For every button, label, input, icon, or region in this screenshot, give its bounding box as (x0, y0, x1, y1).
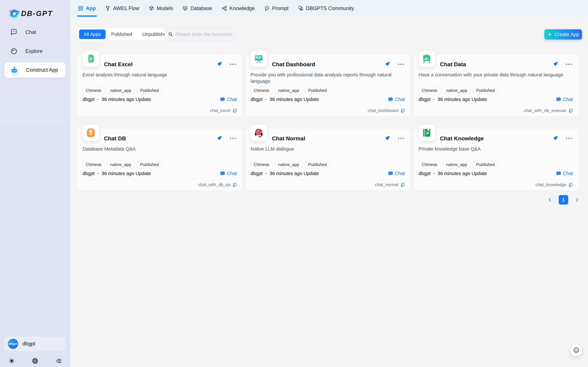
more-menu-button[interactable] (230, 138, 236, 139)
tab-app[interactable]: App (78, 0, 96, 17)
search-input[interactable] (176, 32, 238, 37)
tab-models[interactable]: Models (149, 0, 173, 17)
card-updated: 36 minutes ago Update (270, 97, 319, 102)
dingtalk-share-icon[interactable] (217, 136, 223, 141)
more-menu-button[interactable] (398, 138, 404, 139)
collapse-sidebar-icon[interactable] (55, 358, 62, 364)
filter-published[interactable]: Published (107, 29, 137, 39)
user-name: dbgpt (22, 341, 35, 347)
dingtalk-share-icon[interactable] (217, 61, 223, 67)
more-menu-button[interactable] (230, 64, 236, 65)
page-number-1[interactable]: 1 (559, 195, 568, 205)
chat-link[interactable]: Chat (220, 171, 237, 176)
sidebar-item-chat[interactable]: Chat (4, 25, 66, 40)
sidebar-item-explore[interactable]: Explore (4, 44, 66, 59)
app-card-chat-data[interactable]: Chat Data Have a conversation with your … (414, 54, 578, 116)
card-meta: dbgpt 36 minutes ago Update Chat (250, 96, 405, 103)
card-title: Chat Normal (272, 135, 305, 142)
scene-code: chat_normal (375, 182, 398, 187)
card-tags: Chinese native_app Published (419, 87, 498, 94)
tab-label: DBGPTS Community (306, 5, 354, 11)
tag-chip: native_app (443, 87, 470, 94)
dbgpt-window: DB-GPT Chat Ex (0, 0, 588, 367)
chat-bubble-blue-icon (388, 97, 393, 102)
tag-chip: Published (137, 87, 162, 94)
divider (419, 179, 573, 180)
divider (250, 179, 405, 180)
scene-code: chat_with_db_execute (524, 108, 566, 113)
copy-icon[interactable] (568, 108, 573, 113)
dingtalk-share-icon[interactable] (385, 136, 390, 141)
tag-chip: Chinese (250, 161, 273, 168)
scene-code: chat_with_db_qa (198, 182, 231, 187)
chat-link[interactable]: Chat (556, 97, 573, 102)
copy-icon[interactable] (400, 108, 405, 113)
chat-link[interactable]: Chat (388, 171, 405, 176)
card-footer: chat_excel (210, 108, 237, 113)
avatar: dbgpt (8, 339, 18, 349)
tab-label: Database (190, 5, 212, 11)
tab-dbgpts-community[interactable]: DBGPTS Community (298, 0, 354, 17)
chat-link[interactable]: Chat (556, 171, 573, 176)
copy-icon[interactable] (232, 183, 237, 187)
dashboard-board-icon (250, 50, 267, 67)
card-title: Chat Dashboard (272, 61, 315, 67)
chat-bubble-icon (10, 29, 17, 36)
tag-chip: Chinese (83, 87, 104, 94)
dingtalk-share-icon[interactable] (385, 61, 390, 67)
tab-prompt[interactable]: Prompt (264, 0, 289, 17)
language-globe-icon[interactable] (32, 358, 39, 364)
tab-label: App (86, 5, 96, 11)
card-footer: chat_dashboard (368, 108, 405, 113)
copy-icon[interactable] (400, 183, 405, 187)
copy-icon[interactable] (232, 108, 237, 113)
next-page-icon[interactable] (574, 197, 580, 202)
dot-separator (265, 99, 267, 100)
card-description: Have a conversation with your private da… (419, 72, 573, 78)
flow-branch-icon (105, 6, 110, 11)
app-card-chat-excel[interactable]: X Chat Excel Excel analysis through natu… (77, 54, 242, 116)
tab-awel-flow[interactable]: AWEL Flow (105, 0, 139, 17)
tag-chip: Published (137, 161, 162, 168)
user-menu[interactable]: dbgpt dbgpt (4, 337, 66, 351)
tag-chip: native_app (275, 87, 302, 94)
chat-link[interactable]: Chat (220, 97, 237, 102)
card-description: Excel analysis through natural language (83, 72, 237, 78)
tag-chip: native_app (107, 161, 134, 168)
more-menu-button[interactable] (566, 64, 572, 65)
app-card-chat-normal[interactable]: Chat Normal Native LLM dialogue Chinese … (245, 128, 410, 191)
community-grid-icon (298, 6, 303, 11)
create-app-button[interactable]: Create App (544, 29, 582, 40)
copy-icon[interactable] (568, 183, 573, 187)
pagination: 1 (547, 195, 580, 205)
tag-chip: Published (305, 87, 330, 94)
chat-link[interactable]: Chat (388, 97, 405, 102)
card-owner: dbgpt (419, 171, 431, 176)
app-card-chat-knowledge[interactable]: Chat Knowledge Private knowledge base Q&… (414, 128, 578, 191)
more-menu-button[interactable] (398, 64, 404, 65)
card-description: Database Metadata Q&A (83, 146, 237, 152)
prev-page-icon[interactable] (547, 197, 552, 202)
tab-database[interactable]: SQL Database (183, 0, 212, 17)
tab-knowledge[interactable]: Knowledge (222, 0, 255, 17)
card-title: Chat Data (440, 61, 466, 67)
dbgpt-logo: DB-GPT (8, 8, 53, 19)
app-grid-icon (78, 6, 83, 11)
more-menu-button[interactable] (566, 138, 572, 139)
card-owner: dbgpt (83, 97, 95, 102)
theme-sun-icon[interactable] (8, 358, 15, 364)
app-card-chat-dashboard[interactable]: Chat Dashboard Provide you with professi… (245, 54, 410, 116)
tag-chip: Published (305, 161, 330, 168)
sidebar-item-construct-app[interactable]: Construct App (4, 62, 66, 78)
card-updated: 36 minutes ago Update (102, 171, 151, 176)
feedback-smiley-button[interactable] (570, 344, 582, 356)
tab-label: AWEL Flow (113, 5, 139, 11)
app-filter-tabs: All Apps Published Unpublished (77, 28, 175, 41)
filter-all-apps[interactable]: All Apps (79, 29, 106, 39)
chat-bubble-blue-icon (556, 171, 561, 176)
dingtalk-share-icon[interactable] (553, 61, 559, 67)
tab-label: Prompt (272, 5, 289, 11)
app-card-chat-db[interactable]: Chat DB Database Metadata Q&A Chinese na… (77, 128, 242, 191)
dingtalk-share-icon[interactable] (553, 136, 559, 141)
card-updated: 36 minutes ago Update (102, 97, 151, 102)
